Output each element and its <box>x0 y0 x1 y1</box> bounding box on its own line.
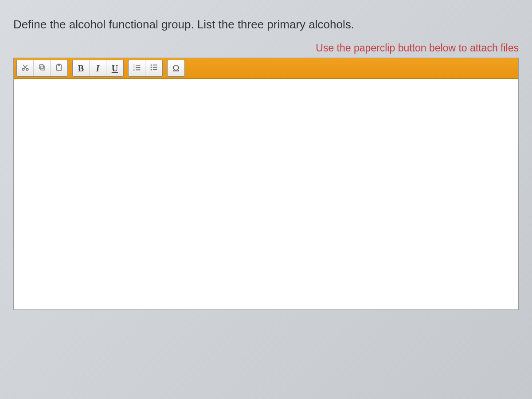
svg-point-18 <box>151 69 152 70</box>
bullet-list-button[interactable] <box>145 60 162 76</box>
format-group: B I U <box>72 60 124 77</box>
underline-icon: U <box>112 63 118 74</box>
svg-rect-9 <box>136 65 141 66</box>
symbol-group: Ω <box>167 60 185 77</box>
svg-point-14 <box>151 64 152 66</box>
svg-rect-19 <box>153 69 157 70</box>
italic-button[interactable]: I <box>90 60 106 76</box>
svg-rect-11 <box>136 67 141 68</box>
svg-point-1 <box>26 68 28 70</box>
paste-button[interactable] <box>51 60 67 76</box>
special-char-button[interactable]: Ω <box>168 60 184 76</box>
attach-instruction: Use the paperclip button below to attach… <box>13 42 519 54</box>
svg-point-16 <box>151 67 152 68</box>
bold-icon: B <box>78 63 84 74</box>
svg-point-0 <box>22 68 24 70</box>
svg-rect-15 <box>153 65 157 66</box>
italic-icon: I <box>96 63 100 74</box>
clipboard-group <box>16 60 68 77</box>
numbered-list-icon: 1 2 3 <box>133 63 141 73</box>
svg-text:3: 3 <box>133 69 134 71</box>
svg-rect-4 <box>41 66 45 70</box>
paste-icon <box>55 63 63 73</box>
svg-rect-17 <box>153 67 157 68</box>
list-group: 1 2 3 <box>128 60 163 77</box>
editor-toolbar: B I U 1 2 3 <box>14 58 518 79</box>
question-prompt: Define the alcohol functional group. Lis… <box>13 18 519 31</box>
copy-button[interactable] <box>34 60 51 76</box>
rich-text-editor: B I U 1 2 3 <box>13 58 519 310</box>
bullet-list-icon <box>150 63 158 73</box>
svg-rect-5 <box>39 65 43 69</box>
cut-button[interactable] <box>17 60 34 76</box>
omega-icon: Ω <box>173 63 180 74</box>
editor-textarea[interactable] <box>14 79 518 309</box>
copy-icon <box>38 63 46 73</box>
bold-button[interactable]: B <box>73 60 90 76</box>
numbered-list-button[interactable]: 1 2 3 <box>129 60 145 76</box>
svg-rect-13 <box>136 70 141 70</box>
cut-icon <box>21 63 29 74</box>
underline-button[interactable]: U <box>106 60 123 76</box>
svg-rect-7 <box>58 64 60 66</box>
